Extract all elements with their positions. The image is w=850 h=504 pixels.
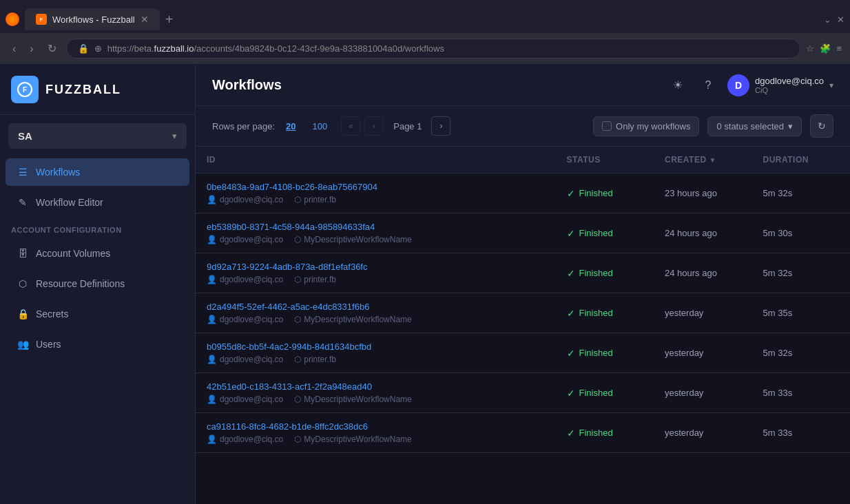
user-avatar: D [727, 74, 749, 96]
table-row[interactable]: b0955d8c-bb5f-4ac2-994b-84d1634bcfbd 👤 d… [196, 333, 850, 373]
page-size-20-button[interactable]: 20 [280, 118, 301, 134]
user-meta-icon: 👤 [207, 275, 217, 284]
sidebar-item-label: Account Volumes [36, 248, 110, 259]
menu-icon[interactable]: ≡ [836, 43, 842, 54]
status-filter-button[interactable]: 0 status selected ▾ [707, 116, 802, 136]
created-time: 24 hours ago [665, 268, 717, 278]
active-tab[interactable]: F Workflows - Fuzzball ✕ [25, 8, 160, 30]
cell-status: ✓ Finished [556, 293, 654, 333]
bookmark-icon[interactable]: ☆ [806, 43, 814, 54]
sidebar-item-secrets[interactable]: 🔒 Secrets [6, 300, 189, 328]
meta-user-label: dgodlove@ciq.co [220, 315, 283, 324]
logo-text: FUZZBALL [45, 83, 121, 97]
cell-id: 9d92a713-9224-4adb-873a-d8f1efaf36fc 👤 d… [196, 253, 556, 293]
meta-workflow: ⬡ MyDescriptiveWorkflowName [294, 235, 411, 244]
sidebar-item-workflows[interactable]: ☰ Workflows [6, 158, 189, 186]
only-my-workflows-label: Only my workflows [616, 121, 690, 132]
cell-id: 42b51ed0-c183-4313-acf1-2f2a948ead40 👤 d… [196, 373, 556, 413]
status-check-icon: ✓ [567, 228, 575, 239]
workflow-id-link[interactable]: b0955d8c-bb5f-4ac2-994b-84d1634bcfbd [207, 342, 545, 352]
workflow-id-link[interactable]: 9d92a713-9224-4adb-873a-d8f1efaf36fc [207, 262, 545, 272]
table-row[interactable]: ca918116-8fc8-4682-b1de-8ffc2dc38dc6 👤 d… [196, 413, 850, 453]
only-my-workflows-button[interactable]: Only my workflows [593, 116, 699, 136]
workflow-meta: 👤 dgodlove@ciq.co ⬡ printer.fb [207, 195, 545, 204]
created-time: yesterday [665, 428, 703, 438]
meta-workflow: ⬡ MyDescriptiveWorkflowName [294, 434, 411, 444]
cell-duration: 5m 33s [752, 413, 851, 453]
org-selector[interactable]: SA ▾ [8, 123, 187, 149]
status-text: Finished [579, 428, 613, 438]
status-badge: ✓ Finished [567, 428, 643, 439]
user-meta-icon: 👤 [207, 434, 217, 444]
help-button[interactable]: ? [697, 74, 719, 96]
meta-workflow: ⬡ MyDescriptiveWorkflowName [294, 315, 411, 324]
table-row[interactable]: d2a494f5-52ef-4462-a5ac-e4dc8331f6b6 👤 d… [196, 293, 850, 333]
table-row[interactable]: 42b51ed0-c183-4313-acf1-2f2a948ead40 👤 d… [196, 373, 850, 413]
workflow-id-link[interactable]: 42b51ed0-c183-4313-acf1-2f2a948ead40 [207, 381, 545, 392]
refresh-button[interactable]: ↻ [810, 114, 833, 138]
user-menu-button[interactable]: D dgodlove@ciq.co CiQ ▾ [727, 74, 833, 96]
chevron-down-icon: ▾ [172, 131, 177, 141]
status-check-icon: ✓ [567, 348, 575, 359]
secrets-icon: 🔒 [17, 308, 29, 319]
theme-toggle-button[interactable]: ☀ [667, 74, 689, 96]
rows-per-page-label: Rows per page: [212, 121, 275, 132]
column-header-created[interactable]: CREATED ▼ [654, 147, 752, 174]
tab-close-button[interactable]: ✕ [141, 14, 149, 25]
cell-duration: 5m 35s [752, 293, 851, 333]
meta-workflow-label: MyDescriptiveWorkflowName [304, 395, 411, 404]
status-badge: ✓ Finished [567, 188, 643, 199]
table-row[interactable]: eb5389b0-8371-4c58-944a-985894633fa4 👤 d… [196, 213, 850, 253]
workflow-id-link[interactable]: ca918116-8fc8-4682-b1de-8ffc2dc38dc6 [207, 421, 545, 432]
cell-created: yesterday [654, 413, 752, 453]
cell-status: ✓ Finished [556, 253, 654, 293]
created-sort-icon: ▼ [709, 156, 716, 164]
meta-workflow-label: MyDescriptiveWorkflowName [304, 434, 411, 444]
address-bar[interactable]: 🔒 ⊕ https://beta.fuzzball.io/accounts/4b… [66, 39, 801, 59]
toolbar-icons: ☆ 🧩 ≡ [806, 43, 842, 54]
meta-workflow-label: MyDescriptiveWorkflowName [304, 315, 411, 324]
minimize-icon[interactable]: ⌄ [824, 14, 831, 25]
tab-label: Workflows - Fuzzball [52, 14, 135, 25]
sidebar-item-users[interactable]: 👥 Users [6, 330, 189, 358]
cell-created: 24 hours ago [654, 213, 752, 253]
duration-value: 5m 32s [763, 268, 793, 278]
next-page-button[interactable]: › [431, 116, 450, 136]
app-layout: F FUZZBALL SA ▾ ☰ Workflows ✎ Workflow E… [0, 65, 850, 504]
workflow-id-link[interactable]: eb5389b0-8371-4c58-944a-985894633fa4 [207, 222, 545, 232]
back-button[interactable]: ‹ [8, 40, 20, 58]
status-check-icon: ✓ [567, 388, 575, 399]
reload-button[interactable]: ↻ [43, 39, 61, 58]
forward-button[interactable]: › [25, 40, 37, 58]
page-size-100-button[interactable]: 100 [307, 118, 333, 134]
table-row[interactable]: 0be8483a-9ad7-4108-bc26-8eab75667904 👤 d… [196, 174, 850, 213]
cell-duration: 5m 33s [752, 373, 851, 413]
user-org: CiQ [755, 86, 824, 94]
meta-user: 👤 dgodlove@ciq.co [207, 195, 283, 204]
created-time: yesterday [665, 308, 703, 318]
status-text: Finished [579, 308, 613, 318]
extensions-icon[interactable]: 🧩 [820, 43, 831, 54]
status-check-icon: ✓ [567, 308, 575, 319]
url-domain: fuzzball.io [154, 43, 194, 54]
cell-status: ✓ Finished [556, 413, 654, 453]
prev-page-button[interactable]: ‹ [364, 116, 384, 136]
status-text: Finished [579, 348, 613, 358]
workflow-meta-icon: ⬡ [294, 395, 301, 404]
created-time: 23 hours ago [665, 188, 717, 198]
workflow-id-link[interactable]: 0be8483a-9ad7-4108-bc26-8eab75667904 [207, 182, 545, 192]
main-content: Workflows ☀ ? D dgodlove@ciq.co CiQ ▾ [196, 65, 850, 504]
sidebar-item-account-volumes[interactable]: 🗄 Account Volumes [6, 240, 189, 267]
sidebar-item-workflow-editor[interactable]: ✎ Workflow Editor [6, 189, 189, 216]
workflow-id-link[interactable]: d2a494f5-52ef-4462-a5ac-e4dc8331f6b6 [207, 302, 545, 312]
sidebar-item-resource-definitions[interactable]: ⬡ Resource Definitions [6, 270, 189, 297]
user-menu-chevron-icon: ▾ [829, 81, 833, 90]
browser-toolbar: ‹ › ↻ 🔒 ⊕ https://beta.fuzzball.io/accou… [0, 33, 850, 65]
column-header-id: ID [196, 147, 556, 174]
table-row[interactable]: 9d92a713-9224-4adb-873a-d8f1efaf36fc 👤 d… [196, 253, 850, 293]
sidebar-item-label: Workflow Editor [36, 197, 103, 208]
new-tab-button[interactable]: + [160, 9, 179, 30]
close-window-icon[interactable]: ✕ [837, 14, 844, 25]
user-meta-icon: 👤 [207, 235, 217, 244]
first-page-button[interactable]: « [341, 116, 360, 136]
